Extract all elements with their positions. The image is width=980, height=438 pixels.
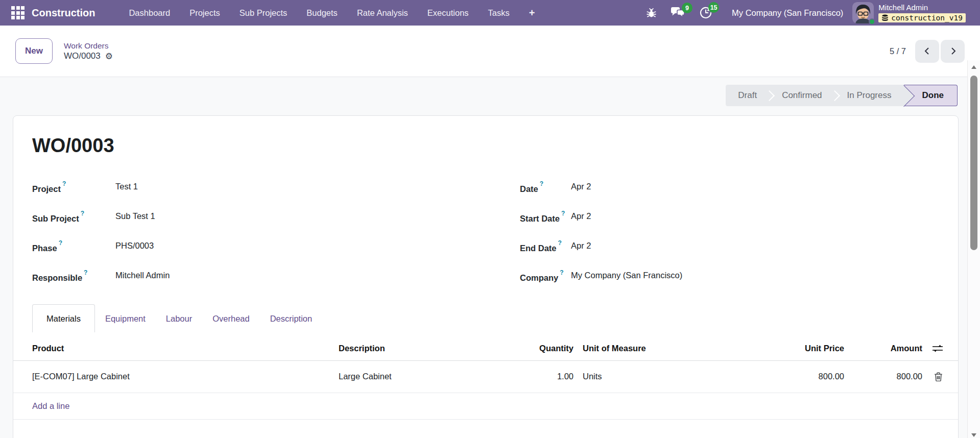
field-value-project[interactable]: Test 1: [115, 180, 138, 192]
field-row-phase: Phase? PHS/0003: [32, 239, 520, 269]
field-value-date[interactable]: Apr 2: [571, 180, 591, 192]
table-header-row: Product Description Quantity Unit of Mea…: [13, 337, 958, 361]
materials-table: Product Description Quantity Unit of Mea…: [13, 337, 958, 420]
help-icon: ?: [561, 210, 565, 217]
tab-labour[interactable]: Labour: [156, 305, 202, 332]
scrollbar-up-arrow-icon[interactable]: [971, 65, 976, 69]
cell-unit-price[interactable]: 800.00: [711, 372, 844, 381]
field-row-project: Project? Test 1: [32, 180, 520, 210]
field-row-start-date: Start Date? Apr 2: [520, 210, 939, 239]
field-label-project: Project?: [32, 180, 115, 195]
tab-equipment[interactable]: Equipment: [95, 305, 156, 332]
field-value-responsible[interactable]: Mitchell Admin: [115, 269, 170, 281]
user-meta: Mitchell Admin construction_v19: [878, 3, 966, 22]
status-step-draft[interactable]: Draft: [726, 85, 769, 106]
field-group-left: Project? Test 1 Sub Project? Sub Test 1 …: [32, 180, 520, 299]
field-grid: Project? Test 1 Sub Project? Sub Test 1 …: [32, 180, 939, 299]
field-label-sub-project: Sub Project?: [32, 210, 115, 225]
field-row-date: Date? Apr 2: [520, 180, 939, 210]
cell-product[interactable]: [E-COM07] Large Cabinet: [32, 372, 339, 381]
help-icon: ?: [540, 180, 543, 187]
record-title[interactable]: WO/0003: [32, 134, 939, 158]
status-step-confirmed[interactable]: Confirmed: [770, 85, 834, 106]
field-label-date: Date?: [520, 180, 571, 195]
notebook-tabs: Materials Equipment Labour Overhead Desc…: [13, 305, 958, 332]
menu-item-executions[interactable]: Executions: [427, 8, 469, 18]
add-menu-button[interactable]: +: [529, 7, 535, 19]
cell-amount[interactable]: 800.00: [844, 372, 922, 381]
tab-description[interactable]: Description: [260, 305, 323, 332]
delete-row-trash-icon[interactable]: [934, 372, 943, 381]
main-menu: Dashboard Projects Sub Projects Budgets …: [129, 7, 535, 19]
menu-item-projects[interactable]: Projects: [189, 8, 220, 18]
user-menu[interactable]: Mitchell Admin construction_v19: [852, 2, 966, 23]
field-row-company: Company? My Company (San Francisco): [520, 269, 939, 299]
add-line-row: Add a line: [13, 393, 958, 420]
database-badge: construction_v19: [878, 13, 966, 22]
status-step-done[interactable]: Done: [904, 85, 958, 106]
help-icon: ?: [81, 210, 84, 217]
column-header-amount[interactable]: Amount: [844, 344, 922, 353]
company-switcher[interactable]: My Company (San Francisco): [732, 8, 843, 18]
menu-item-budgets[interactable]: Budgets: [306, 8, 338, 18]
column-header-product[interactable]: Product: [32, 344, 339, 353]
column-header-unit-price[interactable]: Unit Price: [711, 344, 844, 353]
column-header-description[interactable]: Description: [339, 344, 511, 353]
add-a-line-link[interactable]: Add a line: [32, 401, 69, 411]
menu-item-rate-analysis[interactable]: Rate Analysis: [357, 8, 408, 18]
pager-previous-button[interactable]: [915, 40, 939, 63]
form-sheet: WO/0003 Project? Test 1 Sub Project? Sub…: [13, 115, 959, 438]
field-label-end-date: End Date?: [520, 239, 571, 254]
gear-icon[interactable]: ⚙: [105, 52, 113, 61]
menu-item-tasks[interactable]: Tasks: [488, 8, 510, 18]
field-row-end-date: End Date? Apr 2: [520, 239, 939, 269]
help-icon: ?: [560, 269, 563, 276]
help-icon: ?: [558, 239, 562, 247]
table-row: [E-COM07] Large Cabinet Large Cabinet 1.…: [13, 361, 958, 393]
apps-grid-icon[interactable]: [11, 6, 25, 19]
user-name: Mitchell Admin: [878, 3, 928, 12]
pager: 5 / 7: [890, 40, 965, 63]
field-row-responsible: Responsible? Mitchell Admin: [32, 269, 520, 299]
field-label-responsible: Responsible?: [32, 269, 115, 284]
field-value-start-date[interactable]: Apr 2: [571, 210, 591, 222]
presence-indicator: [869, 18, 875, 25]
activity-clock-icon[interactable]: 15: [699, 6, 712, 19]
field-label-start-date: Start Date?: [520, 210, 571, 225]
scrollbar-thumb[interactable]: [970, 76, 977, 250]
top-navbar: Construction Dashboard Projects Sub Proj…: [0, 0, 980, 26]
menu-item-sub-projects[interactable]: Sub Projects: [240, 8, 288, 18]
app-name[interactable]: Construction: [32, 7, 95, 19]
status-bar: Draft Confirmed In Progress Done: [726, 85, 958, 106]
field-value-company[interactable]: My Company (San Francisco): [571, 269, 682, 281]
pager-count[interactable]: 5 / 7: [890, 46, 906, 56]
cell-quantity[interactable]: 1.00: [511, 372, 573, 381]
field-value-end-date[interactable]: Apr 2: [571, 239, 591, 252]
messages-icon[interactable]: 9: [671, 7, 686, 19]
pager-next-button[interactable]: [941, 40, 965, 63]
optional-columns-sliders-icon[interactable]: [933, 345, 943, 352]
breadcrumb-current: WO/0003 ⚙: [64, 52, 113, 61]
new-button[interactable]: New: [15, 38, 53, 64]
activity-count-badge: 15: [708, 2, 719, 13]
menu-item-dashboard[interactable]: Dashboard: [129, 8, 170, 18]
tab-overhead[interactable]: Overhead: [202, 305, 259, 332]
scrollbar-down-arrow-icon[interactable]: [971, 433, 976, 437]
column-header-uom[interactable]: Unit of Measure: [573, 344, 711, 353]
vertical-scrollbar: [967, 60, 980, 438]
breadcrumb: Work Orders WO/0003 ⚙: [64, 41, 113, 61]
tab-materials[interactable]: Materials: [32, 304, 95, 332]
breadcrumb-work-orders[interactable]: Work Orders: [64, 41, 113, 50]
help-icon: ?: [59, 239, 62, 247]
avatar[interactable]: [852, 2, 874, 23]
debug-bug-icon[interactable]: [646, 7, 657, 19]
column-header-quantity[interactable]: Quantity: [511, 344, 573, 353]
chevron-right-icon: [949, 47, 957, 55]
cell-uom[interactable]: Units: [573, 372, 711, 381]
field-value-sub-project[interactable]: Sub Test 1: [115, 210, 155, 222]
field-value-phase[interactable]: PHS/0003: [115, 239, 154, 252]
messages-count-badge: 9: [682, 3, 692, 13]
help-icon: ?: [84, 269, 87, 276]
field-label-company: Company?: [520, 269, 571, 284]
cell-description[interactable]: Large Cabinet: [339, 372, 511, 381]
